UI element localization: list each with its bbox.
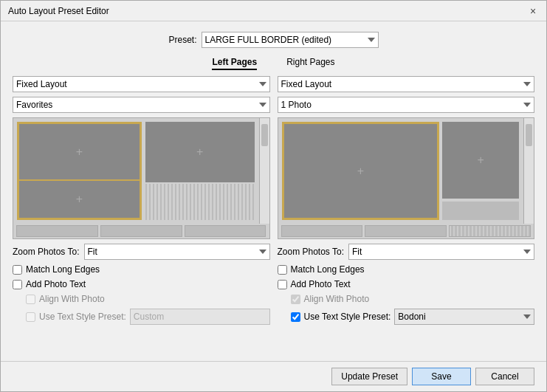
right-align-photo-label: Align With Photo <box>304 294 370 304</box>
tab-right-pages[interactable]: Right Pages <box>286 57 334 70</box>
left-add-photo-text-row: Add Photo Text <box>13 279 270 289</box>
right-side: + <box>442 122 519 220</box>
right-use-text-style-checkbox[interactable] <box>291 312 300 322</box>
right-main-photo-inner: + <box>284 124 438 218</box>
right-side-photo: + <box>442 122 519 199</box>
left-panel: Fixed Layout Favorites + <box>13 76 270 354</box>
left-align-photo-row: Align With Photo <box>13 294 270 304</box>
right-text-style-row: Use Text Style Preset: Bodoni <box>278 309 535 325</box>
left-scrollbar[interactable] <box>259 118 269 224</box>
tab-left-pages[interactable]: Left Pages <box>212 57 257 70</box>
right-align-photo-row: Align With Photo <box>278 294 535 304</box>
left-zoom-label: Zoom Photos To: <box>13 247 80 257</box>
left-bottom-strip <box>13 224 269 238</box>
left-add-photo-text-label: Add Photo Text <box>26 279 86 289</box>
right-scrollbar[interactable] <box>523 118 534 224</box>
left-strip-cell-1 <box>16 225 98 237</box>
preset-label: Preset: <box>168 35 196 45</box>
right-layout-preview: + + <box>278 117 535 239</box>
left-match-long-edges-label: Match Long Edges <box>26 264 100 275</box>
right-align-photo-checkbox[interactable] <box>291 295 300 304</box>
left-card-2: + <box>145 122 255 220</box>
plus-icon-2: + <box>76 193 83 206</box>
right-panel: Fixed Layout 1 Photo + <box>278 76 535 354</box>
left-card-1: + + <box>17 122 142 220</box>
left-match-long-edges-checkbox[interactable] <box>13 265 22 275</box>
tabs-row: Left Pages Right Pages <box>13 57 534 70</box>
right-match-long-edges-label: Match Long Edges <box>291 264 365 275</box>
left-align-photo-checkbox[interactable] <box>26 295 35 304</box>
striped-cell <box>145 184 255 220</box>
right-layout-select[interactable]: Fixed Layout <box>278 76 535 92</box>
plus-icon-3: + <box>196 145 203 159</box>
dialog-title: Auto Layout Preset Editor <box>8 6 109 16</box>
dialog-body: Preset: LARGE FULL BORDER (edited) Left … <box>1 21 546 361</box>
left-text-style-row: Use Text Style Preset: Custom <box>13 309 270 325</box>
right-preview-content: + + <box>278 118 534 224</box>
left-zoom-row: Zoom Photos To: Fit <box>13 244 270 260</box>
right-preview-inner: + + <box>278 118 534 224</box>
right-match-long-edges-checkbox[interactable] <box>278 265 287 275</box>
title-bar: Auto Layout Preset Editor × <box>1 1 546 21</box>
left-layout-preview: + + + <box>13 117 270 239</box>
preset-row: Preset: LARGE FULL BORDER (edited) <box>13 29 534 51</box>
right-scrollbar-thumb <box>526 124 532 146</box>
plus-icon-right-main: + <box>357 165 364 178</box>
left-scrollbar-thumb <box>261 124 268 146</box>
photo-cell-3: + <box>145 122 255 182</box>
right-strip-cell-1 <box>281 225 363 237</box>
close-button[interactable]: × <box>527 5 539 17</box>
left-use-text-style-label: Use Text Style Preset: <box>39 312 126 322</box>
left-align-photo-label: Align With Photo <box>39 294 105 304</box>
photo-cell-2: + <box>19 181 140 218</box>
right-zoom-label: Zoom Photos To: <box>278 247 345 257</box>
left-match-long-edges-row: Match Long Edges <box>13 264 270 275</box>
right-style-preset-select[interactable]: Bodoni <box>394 309 534 325</box>
right-add-photo-text-checkbox[interactable] <box>278 280 287 289</box>
right-add-photo-text-row: Add Photo Text <box>278 279 535 289</box>
left-group-select[interactable]: Favorites <box>13 97 270 113</box>
cancel-button[interactable]: Cancel <box>475 368 534 385</box>
right-group-select[interactable]: 1 Photo <box>278 97 535 113</box>
left-preview-content: + + + <box>13 118 269 224</box>
panels-row: Fixed Layout Favorites + <box>13 76 534 354</box>
photo-cell-1: + <box>19 124 140 179</box>
right-side-bottom <box>442 202 519 220</box>
left-strip-cell-3 <box>185 225 266 237</box>
right-strip-cell-2 <box>365 225 447 237</box>
left-preview-inner: + + + <box>13 118 269 224</box>
left-style-preset-select[interactable]: Custom <box>130 309 270 325</box>
right-match-long-edges-row: Match Long Edges <box>278 264 535 275</box>
right-add-photo-text-label: Add Photo Text <box>291 279 351 289</box>
update-preset-button[interactable]: Update Preset <box>331 368 407 385</box>
footer: Update Preset Save Cancel <box>1 361 546 391</box>
right-strip-cell-3 <box>449 225 531 237</box>
right-zoom-select[interactable]: Fit <box>348 244 534 260</box>
plus-icon-1: + <box>76 145 83 159</box>
preset-select[interactable]: LARGE FULL BORDER (edited) <box>202 32 379 48</box>
left-strip-cell-2 <box>100 225 182 237</box>
right-bottom-strip <box>278 224 534 238</box>
right-use-text-style-label: Use Text Style Preset: <box>304 312 391 322</box>
left-add-photo-text-checkbox[interactable] <box>13 280 22 289</box>
left-use-text-style-checkbox[interactable] <box>26 312 35 322</box>
right-zoom-row: Zoom Photos To: Fit <box>278 244 535 260</box>
plus-icon-right-side: + <box>477 154 484 167</box>
right-main-photo: + <box>282 122 440 220</box>
dialog: Auto Layout Preset Editor × Preset: LARG… <box>0 0 547 392</box>
left-zoom-select[interactable]: Fit <box>84 244 270 260</box>
left-layout-select[interactable]: Fixed Layout <box>13 76 270 92</box>
save-button[interactable]: Save <box>412 368 471 385</box>
